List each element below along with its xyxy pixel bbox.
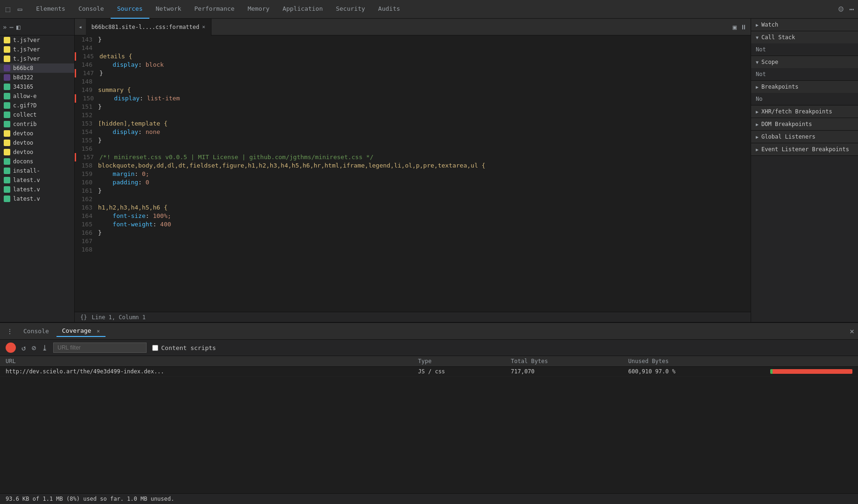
- bottom-tab-console[interactable]: Console: [18, 326, 55, 336]
- line-number: 153: [75, 119, 98, 128]
- nav-tab-console[interactable]: Console: [72, 0, 111, 19]
- sidebar-file[interactable]: c.gif?D: [0, 101, 74, 110]
- editor-tab-close[interactable]: ✕: [202, 24, 205, 30]
- nav-tab-performance[interactable]: Performance: [188, 0, 241, 19]
- code-line: 165 font-weight: 400: [75, 220, 751, 229]
- section-arrow: ▶: [756, 134, 759, 140]
- right-section-header[interactable]: ▶XHR/fetch Breakpoints: [751, 105, 858, 118]
- col-type[interactable]: Type: [413, 356, 506, 367]
- nav-tab-elements[interactable]: Elements: [29, 0, 72, 19]
- file-icon-doc: [4, 177, 10, 183]
- line-number: 151: [75, 103, 98, 111]
- sidebar-file[interactable]: contrib: [0, 119, 74, 129]
- editor-tab-active[interactable]: b66bc881.site-l....css:formatted ✕: [86, 19, 211, 35]
- line-content: [98, 195, 751, 203]
- sidebar-file[interactable]: t.js?ver: [0, 35, 74, 45]
- file-name: t.js?ver: [13, 46, 40, 53]
- nav-tab-application[interactable]: Application: [276, 0, 329, 19]
- sidebar-file[interactable]: b8d322: [0, 73, 74, 82]
- clear-coverage-button[interactable]: ⊘: [32, 343, 36, 352]
- code-line: 148: [75, 77, 751, 86]
- content-scripts-label[interactable]: Content scripts: [152, 344, 216, 351]
- emoji-icon[interactable]: ☺: [838, 4, 844, 14]
- file-icon-doc: [4, 121, 10, 127]
- line-column-status: Line 1, Column 1: [91, 314, 146, 321]
- line-number: 145: [76, 52, 99, 61]
- coverage-row[interactable]: http://dev.scielo.art/the/49e3d499-index…: [0, 367, 858, 377]
- line-number: 146: [75, 61, 98, 69]
- bottom-more-icon[interactable]: ⋮: [4, 326, 16, 337]
- sidebar-file[interactable]: install-: [0, 166, 74, 175]
- col-bar: [765, 356, 858, 367]
- pause-icon[interactable]: ⏸: [740, 23, 747, 31]
- sidebar-file[interactable]: latest.v: [0, 185, 74, 194]
- download-coverage-button[interactable]: ⤓: [42, 343, 48, 352]
- sidebar-file[interactable]: t.js?ver: [0, 54, 74, 63]
- nav-tab-memory[interactable]: Memory: [241, 0, 276, 19]
- nav-tab-security[interactable]: Security: [329, 0, 372, 19]
- line-content: font-weight: 400: [98, 220, 751, 229]
- line-number: 157: [76, 153, 99, 161]
- device-toolbar-icon[interactable]: ▭: [16, 3, 24, 15]
- close-bottom-icon[interactable]: ✕: [850, 327, 854, 336]
- coverage-tab-close[interactable]: ✕: [97, 328, 100, 334]
- select-element-icon[interactable]: ⬚: [4, 3, 12, 15]
- file-name: docons: [13, 158, 33, 165]
- split-editor-icon[interactable]: ▣: [733, 23, 737, 31]
- sidebar-file[interactable]: devtoo: [0, 147, 74, 157]
- code-scroll[interactable]: 143}144 145details {146 display: block14…: [75, 35, 751, 312]
- code-line: 163h1,h2,h3,h4,h5,h6 {: [75, 203, 751, 212]
- right-section-header[interactable]: ▶Watch: [751, 19, 858, 31]
- toggle-panel-icon[interactable]: ◧: [16, 23, 20, 31]
- reload-coverage-button[interactable]: ↺: [21, 343, 26, 352]
- nav-tab-network[interactable]: Network: [149, 0, 188, 19]
- sidebar-file[interactable]: 343165: [0, 82, 74, 91]
- line-number: 163: [75, 203, 98, 212]
- section-label: Global Listeners: [761, 133, 816, 140]
- sidebar-file[interactable]: allow-e: [0, 91, 74, 101]
- section-label: XHR/fetch Breakpoints: [761, 108, 832, 115]
- sidebar-file[interactable]: devtoo: [0, 138, 74, 147]
- line-content: display: list-item: [99, 94, 751, 103]
- sidebar-file[interactable]: collect: [0, 110, 74, 119]
- sidebar-files: t.js?vert.js?vert.js?verb66bc8b8d3223431…: [0, 35, 74, 322]
- right-panel: ▶Watch▼Call StackNot▼ScopeNot▶Breakpoint…: [751, 19, 858, 322]
- url-filter-input[interactable]: [53, 343, 147, 353]
- col-total[interactable]: Total Bytes: [505, 356, 622, 367]
- coverage-type: JS / css: [413, 367, 506, 377]
- code-line: 143}: [75, 35, 751, 44]
- content-scripts-checkbox[interactable]: [152, 345, 158, 351]
- more-options-icon[interactable]: ⋯: [849, 4, 854, 14]
- sidebar-file[interactable]: latest.v: [0, 194, 74, 203]
- right-section-header[interactable]: ▶Breakpoints: [751, 81, 858, 93]
- record-button[interactable]: [6, 343, 16, 353]
- code-line: 161}: [75, 187, 751, 195]
- sidebar-file[interactable]: b66bc8: [0, 63, 74, 73]
- right-section-header[interactable]: ▼Scope: [751, 56, 858, 68]
- right-section-header[interactable]: ▶Event Listener Breakpoints: [751, 143, 858, 155]
- sidebar-file[interactable]: devtoo: [0, 129, 74, 138]
- expand-icon[interactable]: »: [3, 23, 7, 31]
- file-icon-js: [4, 37, 10, 43]
- bottom-tab-right: ✕: [850, 327, 854, 336]
- right-section-header[interactable]: ▶Global Listeners: [751, 131, 858, 143]
- col-url[interactable]: URL: [0, 356, 413, 367]
- col-unused[interactable]: Unused Bytes: [623, 356, 765, 367]
- bottom-tab-coverage[interactable]: Coverage ✕: [56, 325, 105, 337]
- right-section-header[interactable]: ▶DOM Breakpoints: [751, 118, 858, 130]
- line-content: }: [98, 103, 751, 111]
- nav-tab-sources[interactable]: Sources: [111, 0, 149, 19]
- nav-tab-audits[interactable]: Audits: [372, 0, 407, 19]
- more-sidebar-icon[interactable]: ⋯: [9, 23, 13, 31]
- line-content: }: [99, 69, 751, 77]
- file-name: c.gif?D: [13, 102, 37, 109]
- coverage-table[interactable]: URL Type Total Bytes Unused Bytes http:/…: [0, 356, 858, 493]
- right-section-header[interactable]: ▼Call Stack: [751, 31, 858, 43]
- sidebar-file[interactable]: t.js?ver: [0, 45, 74, 54]
- right-section-b: ▶BreakpointsNo: [751, 81, 858, 105]
- sidebar-file[interactable]: docons: [0, 157, 74, 166]
- editor-back-icon[interactable]: ◂: [75, 21, 86, 32]
- file-name: install-: [13, 168, 40, 174]
- sidebar-file[interactable]: latest.v: [0, 175, 74, 185]
- file-name: 343165: [13, 84, 33, 90]
